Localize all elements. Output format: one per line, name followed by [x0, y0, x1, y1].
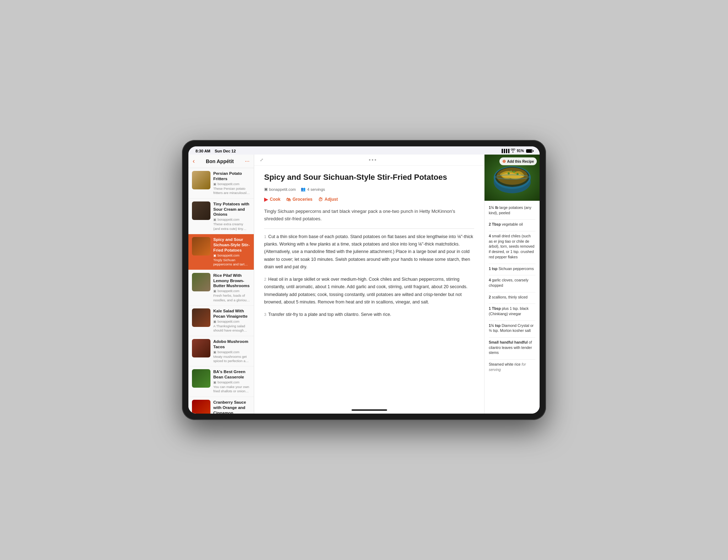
back-button[interactable]: ‹ [193, 157, 195, 165]
sidebar: ‹ Bon Appétit ··· Persian Potato Fritter… [188, 155, 254, 414]
item-source: ▣ bonappetit.com [213, 218, 250, 221]
recipe-image-area: ⊕ Add this Recipe [485, 155, 540, 201]
article-step-1: 1 Cut a thin slice from base of each pot… [264, 233, 474, 271]
article-meta: ▣ bonappetit.com 👥 4 servings [264, 187, 474, 192]
list-item[interactable]: Persian Potato Fritters ▣ bonappetit.com… [188, 168, 254, 199]
article-actions: ▶ Cook 🛍 Groceries ⏱ Adjust [264, 196, 474, 202]
item-title: Persian Potato Fritters [213, 171, 250, 182]
ingredient-item: Steamed white rice for serving [489, 362, 535, 372]
article-step-2: 2 Heat oil in a large skillet or wok ove… [264, 276, 474, 306]
ingredient-item: 1¼ tsp Diamond Crystal or ¾ tsp. Morton … [489, 323, 535, 333]
item-desc: Meaty mushrooms get spiced to perfection… [213, 355, 250, 364]
source-label: bonappetit.com [269, 187, 296, 192]
more-button[interactable]: ··· [245, 158, 250, 165]
step-number: 2 [264, 277, 266, 281]
item-thumbnail [192, 339, 210, 357]
item-source: ▣ bonappetit.com [213, 289, 250, 293]
list-item[interactable]: Rice Pilaf With Lemony Brown-Butter Mush… [188, 270, 254, 306]
ingredient-item: 2 scallions, thinly sliced [489, 295, 535, 300]
item-desc: A Thanksgiving salad should have enough … [213, 324, 250, 333]
sidebar-list: Persian Potato Fritters ▣ bonappetit.com… [188, 168, 254, 414]
adjust-icon: ⏱ [318, 197, 323, 202]
resize-icon[interactable]: ⤢ [260, 157, 263, 162]
home-indicator [352, 409, 387, 411]
source-icon: ▣ [264, 187, 268, 192]
adjust-button[interactable]: ⏱ Adjust [318, 196, 338, 202]
svg-point-4 [508, 172, 510, 174]
battery-icon [526, 149, 532, 153]
source-icon: ▣ [213, 320, 216, 323]
battery-percent: 91% [517, 149, 524, 153]
item-thumbnail [192, 308, 210, 327]
article-panel: ⤢ Spicy and Sour Sichuan-Style Stir-Frie… [254, 155, 485, 414]
item-content: Spicy and Sour Sichuan-Style Stir-Fried … [213, 237, 250, 267]
article-divider [264, 228, 474, 229]
meta-servings: 👥 4 servings [301, 187, 325, 192]
article-footer [254, 406, 484, 414]
dot-2 [372, 159, 373, 161]
battery-fill [526, 150, 532, 152]
groceries-button[interactable]: 🛍 Groceries [286, 196, 312, 202]
ingredient-item: Small handful handful of cilantro leaves… [489, 340, 535, 355]
add-recipe-button[interactable]: ⊕ Add this Recipe [499, 157, 537, 165]
item-title: Spicy and Sour Sichuan-Style Stir-Fried … [213, 237, 250, 253]
source-icon: ▣ [213, 182, 216, 186]
list-item[interactable]: Tiny Potatoes with Sour Cream and Onions… [188, 199, 254, 235]
item-source: ▣ bonappetit.com [213, 254, 250, 257]
item-content: Rice Pilaf With Lemony Brown-Butter Mush… [213, 273, 250, 303]
step-number: 1 [264, 235, 266, 239]
cook-button[interactable]: ▶ Cook [264, 196, 280, 202]
item-source: ▣ bonappetit.com [213, 350, 250, 354]
item-source: ▣ bonappetit.com [213, 381, 250, 384]
item-desc: Fresh herbs, loads of noodles, and a glo… [213, 294, 250, 302]
source-icon: ▣ [213, 350, 216, 354]
item-content: Kale Salad With Pecan Vinaigrette ▣ bona… [213, 308, 250, 333]
list-item[interactable]: Kale Salad With Pecan Vinaigrette ▣ bona… [188, 306, 254, 336]
screen: 8:30 AM Sun Dec 12 ▐▐▐▐ 91% ‹ [188, 146, 540, 414]
status-time-date: 8:30 AM Sun Dec 12 [196, 149, 236, 153]
ingredient-divider [489, 219, 535, 220]
dot-3 [375, 159, 376, 161]
list-item[interactable]: Adobo Mushroom Tacos ▣ bonappetit.com Me… [188, 336, 254, 367]
ipad-device: 8:30 AM Sun Dec 12 ▐▐▐▐ 91% ‹ [182, 140, 546, 420]
servings-label: 4 servings [307, 187, 325, 192]
item-thumbnail [192, 400, 210, 414]
item-desc: Tingly Sichuan peppercorns and tart blac… [213, 258, 250, 267]
item-title: Adobo Mushroom Tacos [213, 339, 250, 350]
dot-1 [369, 159, 370, 161]
item-content: Persian Potato Fritters ▣ bonappetit.com… [213, 171, 250, 195]
item-thumbnail [192, 237, 210, 255]
item-desc: These Persian potato fritters are miracu… [213, 187, 250, 195]
step-number: 3 [264, 312, 266, 317]
cook-icon: ▶ [264, 196, 268, 202]
source-icon: ▣ [213, 381, 216, 384]
svg-point-5 [513, 171, 515, 173]
item-title: Cranberry Sauce with Orange and Cinnamon [213, 400, 250, 414]
ingredient-item: 1 tsp Sichuan peppercorns [489, 266, 535, 271]
grocery-icon: 🛍 [286, 197, 291, 202]
ingredient-divider [489, 264, 535, 264]
list-item[interactable]: Cranberry Sauce with Orange and Cinnamon… [188, 397, 254, 414]
list-item[interactable]: BA's Best Green Bean Casserole ▣ bonappe… [188, 366, 254, 397]
meta-source: ▣ bonappetit.com [264, 187, 296, 192]
toolbar-dots [266, 159, 478, 161]
article-step-3: 3 Transfer stir-fry to a plate and top w… [264, 311, 474, 318]
signal-icon: ▐▐▐▐ [500, 149, 509, 153]
article-scroll[interactable]: Spicy and Sour Sichuan-Style Stir-Fried … [254, 166, 484, 406]
status-bar: 8:30 AM Sun Dec 12 ▐▐▐▐ 91% [188, 146, 540, 155]
cook-label: Cook [270, 197, 280, 202]
item-thumbnail [192, 369, 210, 388]
item-thumbnail [192, 201, 210, 220]
recipe-ingredients: 1¼ lb large potatoes (any kind), peeled2… [485, 201, 540, 414]
ingredient-divider [489, 337, 535, 338]
item-desc: These extra creamy (and extra cute) tiny… [213, 222, 250, 231]
app-layout: ‹ Bon Appétit ··· Persian Potato Fritter… [188, 155, 540, 414]
svg-point-7 [510, 171, 512, 172]
source-icon: ▣ [213, 254, 216, 257]
list-item-active[interactable]: Spicy and Sour Sichuan-Style Stir-Fried … [188, 234, 254, 270]
article-description: Tingly Sichuan peppercorns and tart blac… [264, 208, 474, 223]
item-title: BA's Best Green Bean Casserole [213, 369, 250, 380]
source-icon: ▣ [213, 289, 216, 293]
ingredient-item: 4 small dried chiles (such as er jing ti… [489, 233, 535, 259]
time: 8:30 AM [196, 149, 210, 153]
